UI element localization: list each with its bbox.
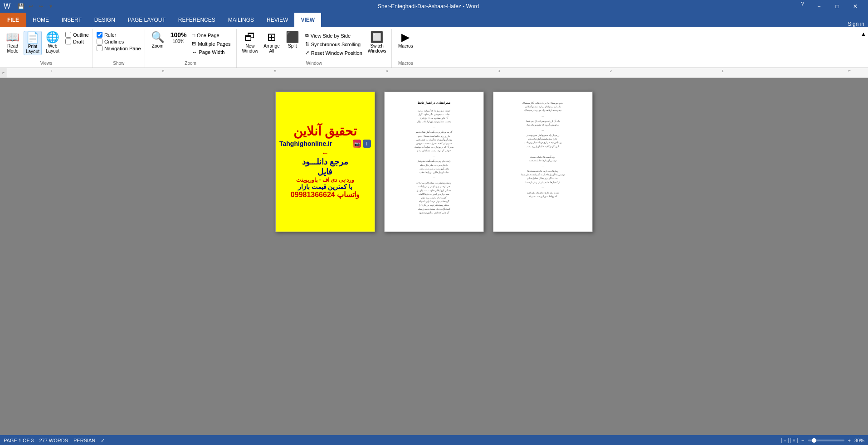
synchronous-scrolling-button[interactable]: ⇅ Synchronous Scrolling [303, 40, 364, 48]
page2-line-1: خوشا نیاز و راز ما که آن را به درباره [391, 109, 477, 112]
page2-line-18: چیه درباره ور اجور نیه بارها گاهله [391, 193, 477, 196]
page2-line-7: رزم آور و آن زبان نه آن که به لطف کنی [391, 138, 477, 141]
navigation-pane-checkbox[interactable]: Navigation Pane [97, 45, 141, 51]
layout-icons: ▪ ≡ [781, 438, 798, 443]
view-side-by-side-button[interactable]: ⧉ View Side by Side [303, 32, 364, 39]
customize-qat-button[interactable]: ▾ [47, 2, 55, 10]
read-mode-status-icon[interactable]: ≡ [790, 438, 798, 443]
pages-container: تحقیق آنلاین Tahghighonline.ir 📷 f ← مرج… [275, 87, 593, 426]
page-1: تحقیق آنلاین Tahghighonline.ir 📷 f ← مرج… [275, 92, 375, 232]
macros-group-label: Macros [395, 59, 415, 68]
tab-design[interactable]: DESIGN [88, 13, 122, 27]
zoom-thumb[interactable] [812, 438, 816, 443]
close-button[interactable]: ✕ [846, 0, 864, 13]
reset-window-position-button[interactable]: ⤢ Reset Window Position [303, 49, 364, 57]
multiple-pages-button[interactable]: ⊟ Multiple Pages [190, 40, 232, 48]
help-button[interactable]: ? [798, 0, 806, 8]
tab-mailings[interactable]: MAILINGS [222, 13, 260, 27]
gridlines-checkbox[interactable]: Gridlines [97, 39, 141, 44]
ribbon-group-zoom: 🔍 Zoom 100% 100% □ One Page ⊟ Multiple P… [145, 29, 237, 68]
status-right: ▪ ≡ − + 30% [781, 438, 864, 443]
language-indicator: PERSIAN [73, 438, 95, 443]
read-mode-button[interactable]: 📖 ReadMode [4, 31, 22, 54]
switch-windows-label: SwitchWindows [368, 44, 386, 53]
status-bar: PAGE 1 OF 3 277 WORDS PERSIAN ✓ ▪ ≡ − + … [0, 435, 868, 445]
print-layout-status-icon[interactable]: ▪ [781, 438, 789, 443]
new-window-label: NewWindow [242, 44, 258, 53]
page3-line-9: آبرو نگر تو گلایه خاک آن از رزم باشد [500, 145, 585, 148]
page-width-icon: ↔ [192, 49, 197, 55]
page1-content: تحقیق آنلاین Tahghighonline.ir 📷 f ← مرج… [276, 92, 375, 232]
view-side-by-side-icon: ⧉ [305, 33, 309, 39]
page1-subtitle: مرجع دانلـــودفایل [302, 157, 348, 177]
page3-line-11: درشتی آن بارها خاندانه سخت [500, 159, 585, 162]
page2-divider-3: — [391, 176, 477, 179]
page-width-button[interactable]: ↔ Page Width [190, 48, 232, 56]
undo-button[interactable]: ↩ [27, 2, 35, 10]
draft-checkbox[interactable]: Draft [65, 39, 89, 44]
outline-checkbox[interactable]: Outline [65, 32, 89, 38]
web-layout-icon: 🌐 [46, 32, 59, 43]
zoom-in-button[interactable]: + [848, 438, 851, 443]
save-button[interactable]: 💾 [17, 2, 25, 10]
multiple-pages-icon: ⊟ [192, 41, 196, 47]
app-icon: W [4, 2, 10, 10]
zoom-out-button[interactable]: − [801, 438, 804, 443]
print-layout-button[interactable]: 📄 PrintLayout [24, 31, 42, 55]
page3-line-14: نبت به اگر آن و ابطال تحلیل هاکو [500, 177, 585, 180]
minimize-button[interactable]: − [810, 0, 828, 13]
outline-input[interactable] [65, 32, 71, 38]
ruler-corner: ⌐ [0, 68, 7, 77]
gridlines-input[interactable] [97, 39, 102, 44]
page1-phone: 09981366624 واتساپ [291, 190, 360, 199]
instagram-icon: 📷 [353, 140, 361, 148]
sign-in-button[interactable]: Sign in [848, 21, 864, 27]
show-group-label: Show [97, 59, 141, 68]
zoom-label: Zoom [152, 44, 164, 48]
window-small-buttons: ⧉ View Side by Side ⇅ Synchronous Scroll… [303, 31, 364, 58]
page3-line-16: شدن اهل فارغ: عاشقانه دلم باشد [500, 191, 585, 194]
page2-line-23: آن هایی که دانش نه آتش نیه نشود [391, 211, 477, 214]
one-page-button[interactable]: □ One Page [190, 32, 232, 39]
page2-title: شعر انتقادی در اشعار حافظ [391, 101, 477, 106]
tab-home[interactable]: HOME [26, 13, 55, 27]
macros-button[interactable]: ▶ Macros [396, 31, 415, 49]
page-2: شعر انتقادی در اشعار حافظ خوشا نیاز و را… [384, 92, 484, 232]
ruler: ⌐ 7 6 5 4 3 2 1 ⌐ [0, 68, 868, 78]
page3-line-10: پوئه آبرویه ها خاندانه سخت [500, 155, 585, 159]
ribbon-group-macros: ▶ Macros Macros [392, 29, 419, 68]
ruler-input[interactable] [97, 32, 102, 38]
tab-references[interactable]: REFERENCES [172, 13, 222, 27]
zoom-button[interactable]: 🔍 Zoom [149, 31, 167, 49]
print-layout-label: PrintLayout [26, 44, 39, 54]
collapse-ribbon-button[interactable]: ▲ [859, 29, 868, 68]
zoom-slider[interactable] [808, 440, 844, 441]
web-layout-button[interactable]: 🌐 WebLayout [44, 31, 62, 54]
status-left: PAGE 1 OF 3 277 WORDS PERSIAN ✓ [4, 438, 105, 444]
macros-icon: ▶ [401, 32, 410, 43]
show-checkboxes: Ruler Gridlines Navigation Pane [97, 31, 141, 52]
page3-line-6: رزمی از راه حیس و آتش سرخ و سبز [500, 134, 585, 137]
split-button[interactable]: ⬛ Split [283, 31, 302, 49]
ruler-checkbox[interactable]: Ruler [97, 32, 141, 38]
draft-input[interactable] [65, 39, 71, 44]
views-checkboxes: Outline Draft [65, 31, 89, 45]
switch-windows-button[interactable]: 🔲 SwitchWindows [366, 31, 388, 54]
maximize-button[interactable]: □ [828, 0, 846, 13]
tab-file[interactable]: FILE [0, 13, 26, 27]
tab-view[interactable]: VIEW [294, 13, 321, 27]
tab-page-layout[interactable]: PAGE LAYOUT [122, 13, 172, 27]
tab-review[interactable]: REVIEW [260, 13, 294, 27]
tab-insert[interactable]: INSERT [55, 13, 88, 27]
arrange-all-button[interactable]: ⊞ ArrangeAll [262, 31, 282, 54]
new-window-button[interactable]: 🗗 NewWindow [240, 31, 260, 54]
redo-button[interactable]: ↪ [37, 2, 45, 10]
page3-divider-4: — [500, 164, 585, 168]
title-bar-left: W 💾 ↩ ↪ ▾ [4, 0, 59, 12]
navigation-pane-input[interactable] [97, 45, 102, 51]
page2-line-14: جلب آن بارها این بار را به انقلاب [391, 171, 477, 174]
zoom-100-button[interactable]: 100% 100% [169, 31, 189, 45]
page2-line-12: دل تازه مرداب مگر بازار جایله [391, 164, 477, 167]
proofing-icon: ✓ [101, 438, 105, 444]
page2-line-3: آن خاور مظلوم ها دل نواز فراز [391, 116, 477, 120]
